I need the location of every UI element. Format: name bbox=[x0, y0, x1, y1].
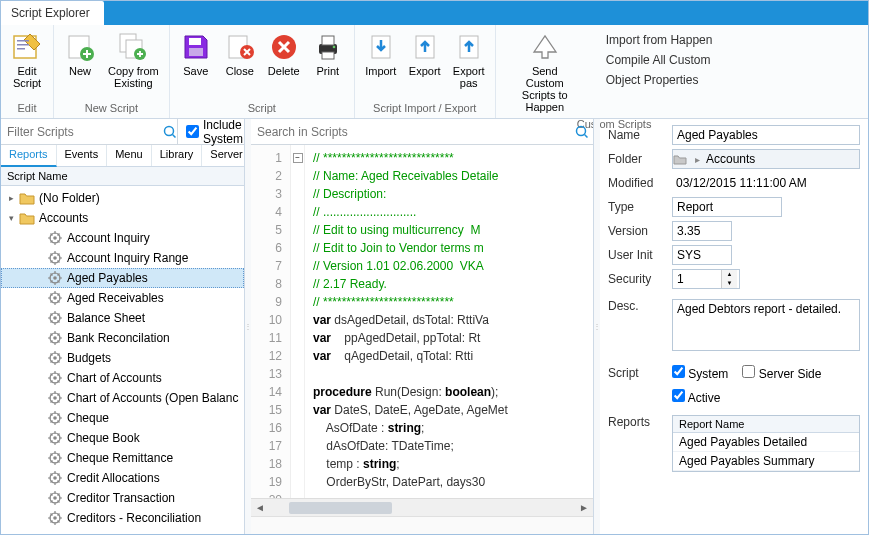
import-button[interactable]: Import bbox=[359, 27, 403, 81]
tree-folder[interactable]: ▸(No Folder) bbox=[1, 188, 244, 208]
new-icon bbox=[64, 31, 96, 63]
tree-item[interactable]: Balance Sheet bbox=[1, 308, 244, 328]
gear-icon bbox=[47, 230, 63, 246]
include-system-input[interactable] bbox=[186, 125, 199, 138]
spin-up-icon[interactable]: ▲ bbox=[722, 270, 737, 279]
link-import-happen[interactable]: Import from Happen bbox=[602, 31, 717, 49]
tree-item[interactable]: Account Inquiry bbox=[1, 228, 244, 248]
print-button[interactable]: Print bbox=[306, 27, 350, 81]
include-system-label: Include System bbox=[203, 118, 243, 146]
svg-rect-3 bbox=[17, 48, 25, 50]
editor-hscroll[interactable]: ◄ ► bbox=[251, 498, 593, 516]
fold-gutter[interactable]: − bbox=[291, 145, 305, 498]
prop-type-input[interactable] bbox=[672, 197, 782, 217]
scroll-thumb[interactable] bbox=[289, 502, 392, 514]
tree-item[interactable]: Chart of Accounts bbox=[1, 368, 244, 388]
tab-menu[interactable]: Menu bbox=[107, 145, 152, 166]
folder-icon bbox=[673, 153, 695, 165]
filter-search-icon[interactable] bbox=[163, 125, 177, 139]
tree-item[interactable]: Aged Receivables bbox=[1, 288, 244, 308]
tree-item[interactable]: Cheque Remittance bbox=[1, 448, 244, 468]
ribbon-links: Import from Happen Compile All Custom Ob… bbox=[590, 27, 729, 93]
prop-type-label: Type bbox=[608, 200, 672, 214]
active-checkbox[interactable]: Active bbox=[672, 389, 720, 405]
tab-library[interactable]: Library bbox=[152, 145, 203, 166]
gear-icon bbox=[47, 470, 63, 486]
code-editor[interactable]: 1234567891011121314151617181920 − // ***… bbox=[251, 145, 593, 498]
gear-icon bbox=[47, 430, 63, 446]
tree-item[interactable]: Cheque bbox=[1, 408, 244, 428]
ribbon: EditScript Edit New Copy fromExisting Ne… bbox=[1, 25, 868, 119]
export-pas-button[interactable]: Exportpas bbox=[447, 27, 491, 93]
save-button[interactable]: Save bbox=[174, 27, 218, 81]
spin-down-icon[interactable]: ▼ bbox=[722, 279, 737, 288]
prop-version-label: Version bbox=[608, 224, 672, 238]
gear-icon bbox=[47, 350, 63, 366]
tree-item[interactable]: Aged Payables bbox=[1, 268, 244, 288]
link-object-props[interactable]: Object Properties bbox=[602, 71, 717, 89]
tab-events[interactable]: Events bbox=[57, 145, 108, 166]
svg-rect-9 bbox=[189, 38, 201, 45]
save-label: Save bbox=[183, 65, 208, 77]
serverside-checkbox[interactable]: Server Side bbox=[742, 365, 821, 381]
prop-reports-label: Reports bbox=[608, 415, 672, 429]
tree-item[interactable]: Creditor Transaction bbox=[1, 488, 244, 508]
search-scripts-input[interactable] bbox=[251, 119, 571, 144]
reports-row[interactable]: Aged Payables Summary bbox=[673, 452, 859, 471]
tab-reports[interactable]: Reports bbox=[1, 145, 57, 167]
close-button[interactable]: Close bbox=[218, 27, 262, 81]
reports-grid[interactable]: Report Name Aged Payables DetailedAged P… bbox=[672, 415, 860, 472]
ribbon-group-newscript-label: New Script bbox=[58, 101, 165, 116]
search-scripts-icon[interactable] bbox=[571, 119, 593, 144]
edit-script-button[interactable]: EditScript bbox=[5, 27, 49, 93]
svg-point-39 bbox=[53, 396, 57, 400]
tree-toggle-icon[interactable]: ▾ bbox=[5, 213, 17, 223]
prop-security-spinner[interactable]: ▲▼ bbox=[672, 269, 740, 289]
scroll-left-icon[interactable]: ◄ bbox=[251, 499, 269, 516]
reports-row[interactable]: Aged Payables Detailed bbox=[673, 433, 859, 452]
tree-item[interactable]: Bank Reconcilation bbox=[1, 328, 244, 348]
tree-item[interactable]: Credit Allocations bbox=[1, 468, 244, 488]
copy-from-existing-button[interactable]: Copy fromExisting bbox=[102, 27, 165, 93]
gear-icon bbox=[47, 450, 63, 466]
prop-userinit-input[interactable] bbox=[672, 245, 732, 265]
prop-version-input[interactable] bbox=[672, 221, 732, 241]
send-custom-button[interactable]: Send CustomScripts to Happen bbox=[500, 27, 590, 117]
new-button[interactable]: New bbox=[58, 27, 102, 81]
filter-row: Include System bbox=[1, 119, 244, 145]
app-title: Script Explorer bbox=[11, 6, 90, 20]
tree-item[interactable]: Cheque Book bbox=[1, 428, 244, 448]
include-system-checkbox[interactable]: Include System bbox=[177, 119, 251, 144]
prop-desc-input[interactable] bbox=[672, 299, 860, 351]
code-area[interactable]: // ****************************// Name: … bbox=[305, 145, 593, 498]
svg-point-27 bbox=[53, 276, 57, 280]
prop-modified-label: Modified bbox=[608, 176, 672, 190]
tree-item[interactable]: Budgets bbox=[1, 348, 244, 368]
system-checkbox[interactable]: System bbox=[672, 365, 728, 381]
delete-button[interactable]: Delete bbox=[262, 27, 306, 81]
svg-point-47 bbox=[53, 476, 57, 480]
prop-name-label: Name bbox=[608, 128, 672, 142]
filter-scripts-input[interactable] bbox=[1, 120, 163, 144]
ribbon-group-edit-label: Edit bbox=[5, 101, 49, 116]
ribbon-group-importexport-label: Script Import / Export bbox=[359, 101, 491, 116]
prop-folder-label: Folder bbox=[608, 152, 672, 166]
tree-folder[interactable]: ▾Accounts bbox=[1, 208, 244, 228]
tree-toggle-icon[interactable]: ▸ bbox=[5, 193, 17, 203]
tree-item[interactable]: Account Inquiry Range bbox=[1, 248, 244, 268]
tree-item-label: Bank Reconcilation bbox=[67, 331, 170, 345]
export-button[interactable]: Export bbox=[403, 27, 447, 81]
tree-item-label: Chart of Accounts bbox=[67, 371, 162, 385]
prop-folder-picker[interactable]: ▸ Accounts bbox=[672, 149, 860, 169]
tree-item[interactable]: Creditors - Reconciliation bbox=[1, 508, 244, 528]
prop-name-input[interactable] bbox=[672, 125, 860, 145]
tree-item[interactable]: Chart of Accounts (Open Balanc bbox=[1, 388, 244, 408]
script-tree[interactable]: ▸(No Folder)▾AccountsAccount InquiryAcco… bbox=[1, 186, 244, 534]
scroll-right-icon[interactable]: ► bbox=[575, 499, 593, 516]
svg-point-52 bbox=[577, 126, 586, 135]
svg-point-17 bbox=[332, 46, 335, 49]
prop-security-input[interactable] bbox=[673, 270, 721, 288]
svg-point-29 bbox=[53, 296, 57, 300]
new-label: New bbox=[69, 65, 91, 77]
link-compile-all[interactable]: Compile All Custom bbox=[602, 51, 717, 69]
